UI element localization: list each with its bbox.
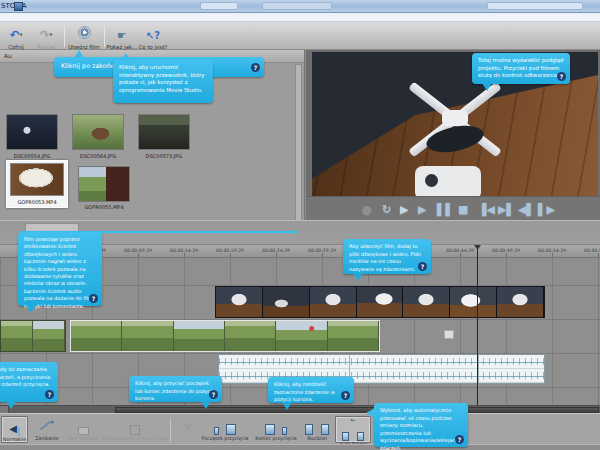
quick-access-toolbar[interactable]	[200, 2, 238, 10]
tooltip-normal-tool: służy do zaznaczania zdarzeń, a przycina…	[0, 362, 58, 402]
split-button[interactable]: Rozdziel	[302, 416, 332, 441]
tooltip-tail	[26, 305, 36, 313]
record-button[interactable]: ●	[362, 203, 372, 217]
redo-button[interactable]: ↷▼ Ponów	[32, 24, 60, 50]
drone-body	[442, 110, 468, 126]
trim-end-icon-small	[282, 427, 287, 435]
selection-tool-label: Zaznaczanie	[66, 436, 100, 441]
status-bar	[0, 444, 600, 450]
media-thumb-2[interactable]	[72, 114, 124, 150]
delete-button-disabled: ✕	[176, 416, 200, 435]
help-badge[interactable]: ?	[89, 294, 98, 303]
trim-start-label: Początek przycięcia	[200, 436, 250, 441]
toolbar-separator	[170, 418, 171, 442]
pause-button[interactable]: ▌▌	[437, 203, 454, 217]
trim-end-icon-large	[265, 424, 275, 435]
toolbar-separator	[64, 25, 65, 47]
pointing-hand-icon: ☛	[117, 29, 127, 42]
undo-icon: ↶	[9, 28, 19, 42]
help-badge[interactable]: ?	[557, 72, 566, 81]
media-thumb-1[interactable]	[6, 114, 58, 150]
tooltip-tail	[482, 83, 492, 91]
play-from-start-button[interactable]: ▶	[400, 203, 408, 217]
title-toolbar-icons[interactable]	[262, 2, 332, 10]
tooltip-preview-area: Tutaj można wyświetlić podgląd projektu.…	[472, 53, 570, 84]
auto-ripple-button[interactable]: ← Auto Ripple	[335, 416, 371, 443]
envelope-tool-button[interactable]: + Zanikanie	[30, 416, 64, 441]
tooltip-interactive-guide: Kliknij, aby uruchomić interaktywny prze…	[113, 60, 213, 103]
tooltip-tail	[6, 401, 16, 409]
media-filename: GOPR0053.MP4	[7, 199, 67, 205]
previous-frame-button[interactable]: ◀▌	[518, 203, 535, 217]
create-movie-button[interactable]: Utwórz film	[66, 24, 102, 50]
split-label: Rozdziel	[302, 436, 332, 441]
play-button[interactable]: ▶	[418, 203, 426, 217]
auto-ripple-icon	[342, 432, 349, 441]
redo-dropdown-icon: ▼	[49, 32, 52, 37]
playhead-cursor[interactable]	[477, 246, 478, 405]
delete-x-icon: ✕	[183, 421, 192, 434]
drone-controller	[415, 166, 481, 196]
ripple-arrow-icon: ←	[336, 417, 370, 422]
stop-button[interactable]: ■	[458, 203, 468, 217]
media-filename: DSC00554.JPG	[2, 153, 62, 159]
app-icon	[14, 2, 23, 11]
main-toolbar: ↶▼ Cofnij ↷▼ Ponów Utwórz film ☛ Pokaż j…	[0, 22, 600, 50]
help-badge[interactable]: ?	[209, 390, 218, 399]
tooltip-tail	[366, 408, 375, 418]
media-thumb-5[interactable]	[78, 166, 130, 202]
help-cursor-icon: ↖?	[146, 30, 160, 41]
loop-playback-button[interactable]: ↻	[382, 203, 391, 217]
media-filename: DSC00564.JPG	[68, 153, 128, 159]
media-filename: DSC00573.JPG	[134, 153, 194, 159]
tooltip-tail	[201, 401, 211, 409]
audio-event-boundary	[478, 355, 479, 383]
show-me-how-button[interactable]: ☛ Pokaż jak...	[106, 24, 138, 50]
media-thumb-4-selected[interactable]: GOPR0053.MP4	[6, 160, 68, 208]
trim-end-label: Koniec przycięcia	[252, 436, 300, 441]
next-frame-button[interactable]: ▌▶	[538, 203, 555, 217]
media-scrollbar[interactable]	[295, 64, 302, 228]
event-fx-chip[interactable]	[444, 330, 454, 339]
tooltip-tail	[353, 273, 363, 281]
normal-edit-icon: ◀	[9, 423, 17, 434]
toolbar-separator	[104, 25, 105, 47]
media-filename: GOPR0055.MP4	[74, 204, 134, 210]
trim-end-button[interactable]: Koniec przycięcia	[252, 416, 300, 441]
auto-ripple-icon	[357, 432, 364, 441]
help-badge[interactable]: ?	[251, 63, 260, 72]
title-bar[interactable]: STOWA	[0, 0, 600, 13]
svg-text:+: +	[50, 418, 55, 425]
split-icon-left	[305, 424, 313, 435]
pan-crop-button-disabled: Panoramowanie/przycinanie	[102, 416, 168, 441]
split-icon-right	[321, 424, 329, 435]
video-event-track1[interactable]	[215, 286, 545, 318]
normal-edit-tool-button[interactable]: ◀ Normalne	[1, 416, 28, 443]
help-badge[interactable]: ?	[455, 435, 464, 444]
go-to-start-button[interactable]: ▐◀	[478, 203, 495, 217]
whats-this-button[interactable]: ↖? Co to jest?	[138, 24, 168, 50]
help-badge[interactable]: ?	[418, 262, 427, 271]
menu-bar: Opcje Pomoc	[0, 13, 600, 22]
title-search-box[interactable]	[487, 2, 583, 10]
tooltip-tail	[121, 53, 131, 61]
tooltip-tracks-mixing: Film powstaje poprzez zmiksowanie ścieże…	[18, 232, 102, 306]
timecode: 00:00:59:29	[576, 248, 600, 253]
fade-tool-label: Zanikanie	[30, 436, 64, 441]
selection-tool-button-disabled: Zaznaczanie	[66, 416, 100, 441]
video-event-track2-b[interactable]	[70, 320, 380, 352]
tooltip-add-media: Aby utworzyć film, dodaj tu pliki dźwięk…	[343, 239, 431, 274]
undo-dropdown-icon[interactable]: ▼	[19, 32, 22, 37]
help-badge[interactable]: ?	[341, 391, 350, 400]
media-view-dropdown[interactable]: Au	[4, 52, 12, 59]
timeline-hscrollbar[interactable]	[0, 405, 600, 413]
video-event-track2-a[interactable]	[0, 320, 66, 352]
media-thumb-3[interactable]	[138, 114, 190, 150]
help-badge[interactable]: ?	[45, 390, 54, 399]
undo-button[interactable]: ↶▼ Cofnij	[2, 24, 30, 50]
go-to-end-button[interactable]: ▶▌	[498, 203, 515, 217]
trim-start-button[interactable]: Początek przycięcia	[200, 416, 250, 441]
editing-toolbar: ◀ Normalne + Zanikanie Zaznaczanie Panor…	[0, 413, 600, 444]
media-thumb-image	[10, 163, 64, 196]
audio-waveform-left	[219, 355, 544, 369]
